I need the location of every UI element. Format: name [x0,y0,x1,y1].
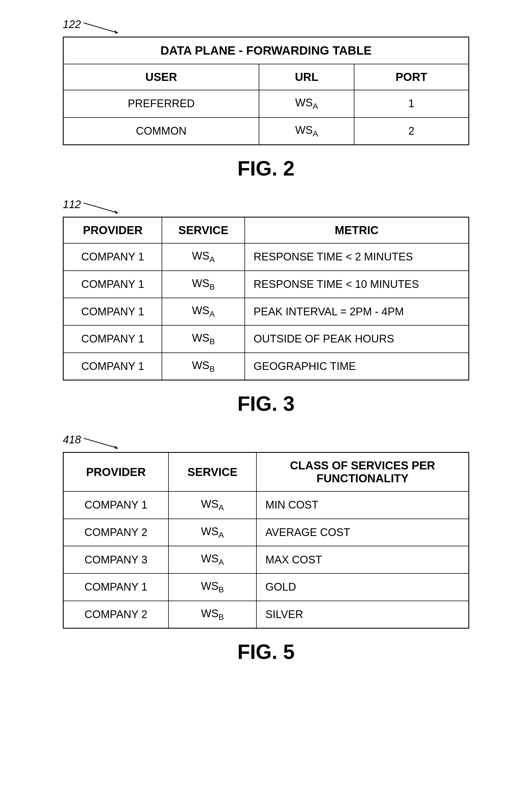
fig3-col-service: SERVICE [162,217,245,243]
fig5-service-2: WSA [169,546,256,574]
fig5-service-0: WSA [169,491,256,519]
fig3-label: FIG. 3 [34,392,498,415]
fig2-col-user: USER [63,64,259,90]
fig2-table-wrapper: DATA PLANE - FORWARDING TABLE USER URL P… [63,37,469,145]
fig5-col-service: SERVICE [169,453,256,492]
fig3-row-4: COMPANY 1WSBGEOGRAPHIC TIME [63,353,469,380]
fig2-label: FIG. 2 [34,157,498,180]
fig3-service-1: WSB [162,271,245,298]
fig2-table-title: DATA PLANE - FORWARDING TABLE [63,37,469,64]
fig3-table: PROVIDER SERVICE METRIC COMPANY 1WSARESP… [63,217,469,381]
fig2-user-0: PREFERRED [63,90,259,117]
fig3-metric-2: PEAK INTERVAL = 2PM - 4PM [245,298,469,325]
fig5-arrow [81,433,121,450]
fig3-row-0: COMPANY 1WSARESPONSE TIME < 2 MINUTES [63,243,469,271]
fig5-class-2: MAX COST [256,546,469,574]
fig3-service-3: WSB [162,325,245,353]
fig3-provider-3: COMPANY 1 [63,325,162,353]
fig5-service-4: WSB [169,601,256,628]
fig2-row-1: COMMONWSA2 [63,117,469,145]
fig2-col-port: PORT [354,64,469,90]
fig3-col-metric: METRIC [245,217,469,243]
fig5-ref-label: 418 [63,434,81,446]
fig5-service-1: WSA [169,519,256,546]
fig3-ref-block: 112 [51,197,498,214]
fig2-table: DATA PLANE - FORWARDING TABLE USER URL P… [63,37,469,145]
fig5-col-provider: PROVIDER [63,453,169,492]
fig2-col-url: URL [259,64,354,90]
svg-line-0 [84,23,118,33]
fig5-class-3: GOLD [256,574,469,601]
fig5-provider-4: COMPANY 2 [63,601,169,628]
fig3-service-4: WSB [162,353,245,380]
fig5-row-0: COMPANY 1WSAMIN COST [63,491,469,519]
fig3-section: 112 PROVIDER SERVICE METRIC COMPANY 1WSA… [34,197,498,415]
fig5-row-1: COMPANY 2WSAAVERAGE COST [63,519,469,546]
fig3-metric-0: RESPONSE TIME < 2 MINUTES [245,243,469,271]
fig3-table-wrapper: PROVIDER SERVICE METRIC COMPANY 1WSARESP… [63,217,469,381]
fig3-row-3: COMPANY 1WSBOUTSIDE OF PEAK HOURS [63,325,469,353]
fig3-arrow [81,197,121,214]
fig2-ref-label: 122 [63,18,81,31]
fig3-service-0: WSA [162,243,245,271]
fig5-ref-block: 418 [51,433,498,450]
fig5-class-4: SILVER [256,601,469,628]
fig3-row-2: COMPANY 1WSAPEAK INTERVAL = 2PM - 4PM [63,298,469,325]
fig5-row-4: COMPANY 2WSBSILVER [63,601,469,628]
fig3-col-provider: PROVIDER [63,217,162,243]
fig5-section: 418 PROVIDER SERVICE CLASS OF SERVICES P… [34,433,498,664]
fig2-port-0: 1 [354,90,469,117]
fig3-ref-label: 112 [63,198,81,211]
fig2-row-0: PREFERREDWSA1 [63,90,469,117]
fig2-section: 122 DATA PLANE - FORWARDING TABLE USER U… [34,17,498,180]
fig2-port-1: 2 [354,117,469,145]
fig3-row-1: COMPANY 1WSBRESPONSE TIME < 10 MINUTES [63,271,469,298]
fig3-provider-1: COMPANY 1 [63,271,162,298]
fig5-provider-3: COMPANY 1 [63,574,169,601]
fig5-col-class: CLASS OF SERVICES PERFUNCTIONALITY [256,453,469,492]
fig5-row-2: COMPANY 3WSAMAX COST [63,546,469,574]
fig3-metric-3: OUTSIDE OF PEAK HOURS [245,325,469,353]
fig5-row-3: COMPANY 1WSBGOLD [63,574,469,601]
fig3-provider-0: COMPANY 1 [63,243,162,271]
fig5-label: FIG. 5 [34,640,498,664]
fig2-user-1: COMMON [63,117,259,145]
fig3-service-2: WSA [162,298,245,325]
fig5-provider-0: COMPANY 1 [63,491,169,519]
svg-line-4 [84,438,118,448]
svg-line-2 [84,203,118,213]
fig2-url-1: WSA [259,117,354,145]
fig5-class-1: AVERAGE COST [256,519,469,546]
fig3-metric-1: RESPONSE TIME < 10 MINUTES [245,271,469,298]
fig2-url-0: WSA [259,90,354,117]
fig3-provider-4: COMPANY 1 [63,353,162,380]
fig5-table: PROVIDER SERVICE CLASS OF SERVICES PERFU… [63,452,469,629]
fig2-ref-block: 122 [51,17,498,34]
fig5-provider-2: COMPANY 3 [63,546,169,574]
fig5-class-0: MIN COST [256,491,469,519]
fig5-service-3: WSB [169,574,256,601]
fig5-table-wrapper: PROVIDER SERVICE CLASS OF SERVICES PERFU… [63,452,469,629]
fig3-metric-4: GEOGRAPHIC TIME [245,353,469,380]
fig3-provider-2: COMPANY 1 [63,298,162,325]
fig2-arrow [81,17,121,34]
fig5-provider-1: COMPANY 2 [63,519,169,546]
